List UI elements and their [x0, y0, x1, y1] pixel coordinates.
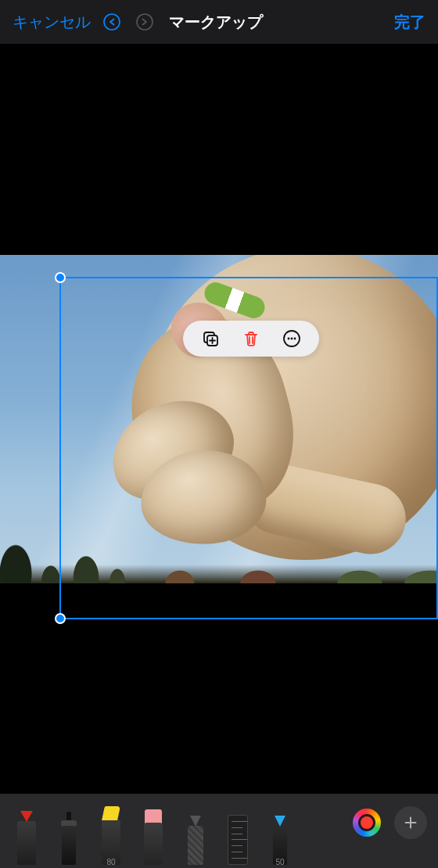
redo-button — [133, 10, 156, 34]
tool-crayon[interactable]: 50 — [264, 799, 296, 865]
svg-point-0 — [104, 14, 120, 30]
tool-eraser[interactable] — [138, 799, 169, 865]
tool-marker[interactable] — [53, 799, 84, 865]
highlighter-tip-icon — [102, 806, 120, 820]
pencil-tip-icon — [190, 816, 201, 827]
svg-point-7 — [294, 338, 296, 340]
done-button[interactable]: 完了 — [394, 12, 425, 33]
current-color-swatch — [358, 814, 375, 831]
resize-handle-bottom-left[interactable] — [55, 613, 66, 624]
crayon-tip-icon — [275, 816, 285, 827]
tool-pencil[interactable] — [180, 799, 211, 865]
undo-icon — [102, 13, 121, 31]
more-button[interactable] — [282, 328, 302, 349]
redo-icon — [135, 13, 154, 31]
delete-button[interactable] — [241, 328, 261, 349]
more-icon — [282, 329, 301, 348]
highlighter-size-label: 80 — [95, 858, 127, 866]
ruler-icon — [228, 815, 248, 865]
svg-point-5 — [288, 338, 290, 340]
duplicate-icon — [201, 329, 220, 348]
context-toolbar — [183, 321, 319, 357]
trash-icon — [242, 329, 260, 348]
nav-bar: キャンセル マークアップ 完了 — [0, 0, 438, 44]
canvas[interactable] — [0, 44, 438, 794]
svg-point-1 — [137, 14, 153, 30]
crayon-size-label: 50 — [264, 858, 296, 866]
page-title: マークアップ — [169, 12, 385, 33]
plus-icon — [402, 814, 419, 831]
svg-point-6 — [291, 338, 293, 340]
markup-toolbar: 80 50 — [0, 794, 438, 868]
duplicate-button[interactable] — [200, 328, 221, 349]
pen-tip-icon — [20, 811, 33, 822]
color-picker-button[interactable] — [350, 806, 383, 839]
add-annotation-button[interactable] — [394, 806, 427, 839]
undo-button[interactable] — [100, 10, 124, 34]
tool-highlighter[interactable]: 80 — [95, 799, 127, 865]
tool-ruler[interactable] — [222, 799, 253, 865]
cancel-button[interactable]: キャンセル — [13, 12, 91, 33]
tool-pen[interactable] — [11, 799, 42, 865]
resize-handle-top-left[interactable] — [55, 272, 66, 283]
eraser-tip-icon — [145, 809, 162, 823]
color-wheel-icon — [353, 809, 381, 837]
